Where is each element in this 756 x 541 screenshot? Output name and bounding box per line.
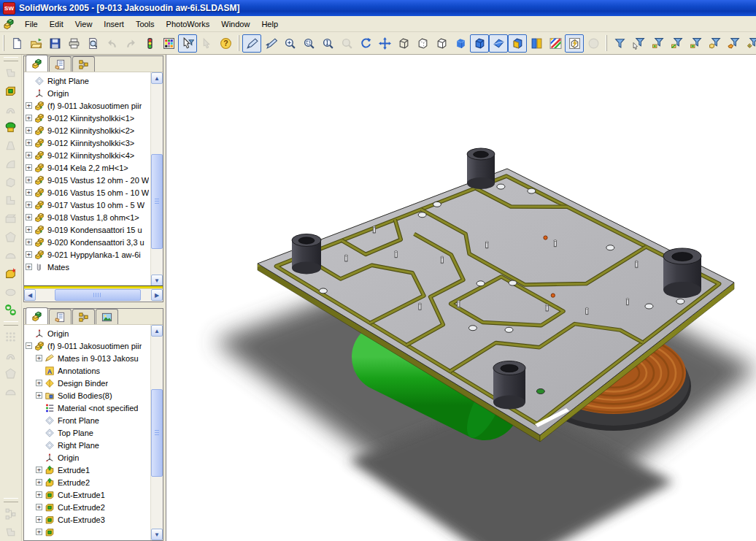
filter-edges-button[interactable] bbox=[667, 34, 686, 53]
expand-box[interactable]: + bbox=[36, 504, 42, 510]
expand-box[interactable]: + bbox=[36, 355, 42, 361]
wireframe-button[interactable] bbox=[394, 34, 413, 53]
open-document-button[interactable] bbox=[26, 34, 45, 53]
tree-item[interactable]: +9-017 Vastus 10 ohm - 5 W bbox=[24, 199, 151, 211]
tree-item[interactable]: Origin bbox=[24, 87, 151, 99]
view-orientation-button[interactable] bbox=[242, 34, 261, 53]
menu-item-help[interactable]: Help bbox=[255, 18, 284, 31]
extruded-cut-button[interactable] bbox=[1, 82, 20, 100]
tree-item[interactable]: +Cut-Extrude3 bbox=[24, 513, 151, 526]
expand-box[interactable]: + bbox=[26, 214, 32, 220]
expand-box[interactable]: + bbox=[26, 239, 32, 245]
scroll-thumb[interactable] bbox=[151, 154, 163, 249]
menu-item-window[interactable]: Window bbox=[215, 18, 255, 31]
tree-item[interactable]: +Extrude2 bbox=[24, 476, 151, 488]
vertical-scrollbar[interactable]: ▲ ▼ bbox=[150, 325, 163, 540]
tree-item[interactable]: +9-014 Kela 2,2 mH<1> bbox=[24, 161, 151, 174]
circular-pattern-button[interactable] bbox=[1, 346, 20, 364]
hscroll-thumb[interactable] bbox=[55, 289, 141, 301]
tree-item[interactable]: +9-018 Vastus 1,8 ohm<1> bbox=[24, 211, 151, 223]
menu-item-photoworks[interactable]: PhotoWorks bbox=[161, 18, 216, 31]
redo-button[interactable] bbox=[121, 34, 140, 53]
filter-solid-bodies-button[interactable] bbox=[705, 34, 724, 53]
tree-item[interactable]: +Solid Bodies(8) bbox=[24, 389, 151, 402]
tree-item[interactable]: Origin bbox=[24, 451, 151, 464]
toolbar-grip[interactable] bbox=[3, 35, 4, 51]
scroll-up-button[interactable]: ▲ bbox=[151, 72, 163, 84]
viewport-3d[interactable] bbox=[166, 55, 756, 541]
move-copy-bodies-button[interactable] bbox=[1, 301, 20, 319]
expand-box[interactable]: + bbox=[26, 189, 32, 196]
tree-item[interactable]: Origin bbox=[24, 327, 151, 339]
scroll-up-button[interactable]: ▲ bbox=[151, 325, 163, 337]
expand-box[interactable]: + bbox=[26, 164, 32, 171]
new-document-button[interactable] bbox=[7, 34, 26, 53]
tree-item[interactable]: +Mates in 9-013 Jakosu bbox=[24, 352, 151, 364]
toolbar-grip[interactable] bbox=[238, 35, 239, 51]
shaded-with-edges-button[interactable] bbox=[470, 34, 489, 53]
scroll-down-button[interactable]: ▼ bbox=[151, 275, 163, 286]
undo-button[interactable] bbox=[102, 34, 121, 53]
expand-box[interactable]: + bbox=[26, 127, 32, 134]
expand-box[interactable]: + bbox=[36, 491, 42, 498]
filter-vertices-button[interactable] bbox=[648, 34, 667, 53]
tab-propertymanager[interactable] bbox=[49, 56, 72, 72]
edit-color-button[interactable] bbox=[159, 34, 178, 53]
rib-button[interactable] bbox=[1, 210, 20, 228]
pan-button[interactable] bbox=[375, 34, 394, 53]
save-button[interactable] bbox=[45, 34, 64, 53]
tree-item[interactable]: Right Plane bbox=[24, 74, 151, 87]
realview-graphics-button[interactable] bbox=[565, 34, 584, 53]
zoom-to-area-button[interactable] bbox=[299, 34, 318, 53]
tree-item[interactable]: + bbox=[24, 526, 151, 538]
print-preview-button[interactable] bbox=[83, 34, 102, 53]
scroll-thumb[interactable] bbox=[151, 389, 163, 477]
tree-item[interactable]: +9-016 Vastus 15 ohm - 10 W bbox=[24, 186, 151, 199]
filter-frames-button[interactable] bbox=[743, 34, 756, 53]
expand-box[interactable]: + bbox=[36, 392, 42, 399]
expand-box[interactable]: + bbox=[26, 264, 32, 270]
zoom-to-selection-button[interactable] bbox=[318, 34, 337, 53]
tree-item[interactable]: Front Plane bbox=[24, 414, 151, 426]
tab-configurationmanager[interactable] bbox=[72, 56, 95, 72]
expand-box[interactable]: + bbox=[36, 380, 42, 386]
tree-item[interactable]: +Extrude1 bbox=[24, 464, 151, 476]
expand-box[interactable]: + bbox=[26, 115, 32, 121]
collapse-box[interactable]: − bbox=[26, 342, 32, 349]
filter-faces-button[interactable] bbox=[686, 34, 705, 53]
menu-item-edit[interactable]: Edit bbox=[44, 18, 69, 31]
tree-item[interactable]: +9-012 Kiinnitysholkki<1> bbox=[24, 112, 151, 124]
tree-item[interactable]: +9-012 Kiinnitysholkki<3> bbox=[24, 137, 151, 149]
previous-view-button[interactable] bbox=[261, 34, 280, 53]
expand-box[interactable]: + bbox=[36, 516, 42, 523]
hidden-lines-removed-button[interactable] bbox=[432, 34, 451, 53]
revolved-boss-button[interactable] bbox=[1, 100, 20, 118]
rotate-view-button[interactable] bbox=[356, 34, 375, 53]
filter-toggle-button[interactable] bbox=[610, 34, 629, 53]
swept-boss-button[interactable] bbox=[1, 137, 20, 155]
tree-item[interactable]: Top Plane bbox=[24, 426, 151, 439]
tree-item[interactable]: +Cut-Extrude1 bbox=[24, 488, 151, 501]
menu-item-view[interactable]: View bbox=[69, 18, 99, 31]
shaded-button[interactable] bbox=[451, 34, 470, 53]
draft-button[interactable] bbox=[1, 246, 20, 264]
tree-item[interactable]: +(f) 9-011 Jakosuotimen piir bbox=[24, 99, 151, 112]
scroll-down-button[interactable]: ▼ bbox=[151, 529, 163, 540]
chamfer-button[interactable] bbox=[1, 191, 20, 210]
lofted-boss-button[interactable] bbox=[1, 155, 20, 173]
horizontal-scrollbar[interactable]: ◀ ▶ bbox=[24, 288, 163, 302]
dome-button[interactable] bbox=[1, 283, 20, 301]
tree-item[interactable]: +9-012 Kiinnitysholkki<2> bbox=[24, 124, 151, 137]
photoworks-render-button[interactable] bbox=[546, 34, 565, 53]
help-button[interactable] bbox=[216, 34, 235, 53]
expand-box[interactable]: + bbox=[26, 226, 32, 233]
section-view-button[interactable] bbox=[489, 34, 508, 53]
toolbar-grip[interactable] bbox=[606, 35, 607, 51]
tab-featuremanager[interactable] bbox=[26, 307, 48, 324]
vertical-scrollbar[interactable]: ▲ ▼ bbox=[150, 72, 163, 286]
tree-item[interactable]: +Mates bbox=[24, 261, 151, 273]
scroll-left-button[interactable]: ◀ bbox=[24, 289, 36, 301]
rebuild-button[interactable] bbox=[140, 34, 159, 53]
feature-hierarchy-tool-button[interactable] bbox=[1, 504, 20, 523]
menu-item-tools[interactable]: Tools bbox=[130, 18, 161, 31]
